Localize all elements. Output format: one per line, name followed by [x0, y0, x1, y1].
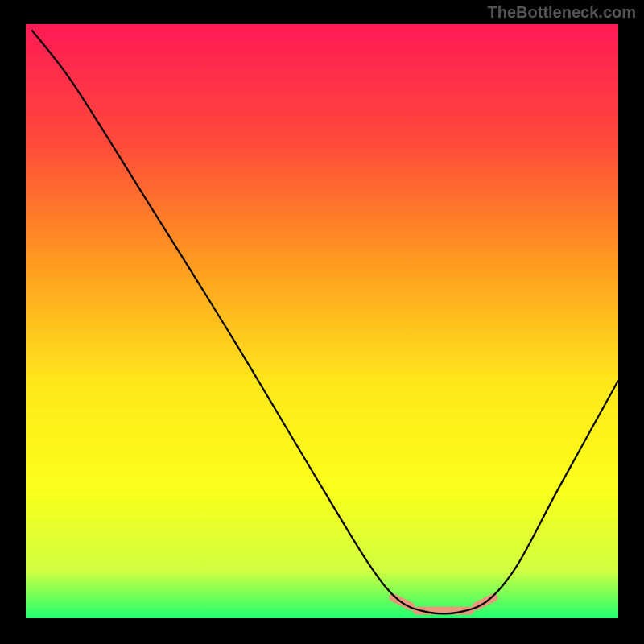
plot-area [26, 24, 618, 618]
watermark-text: TheBottleneck.com [488, 3, 636, 22]
gradient-background [26, 24, 618, 618]
chart-svg [26, 24, 618, 618]
chart-container: TheBottleneck.com [0, 0, 644, 644]
